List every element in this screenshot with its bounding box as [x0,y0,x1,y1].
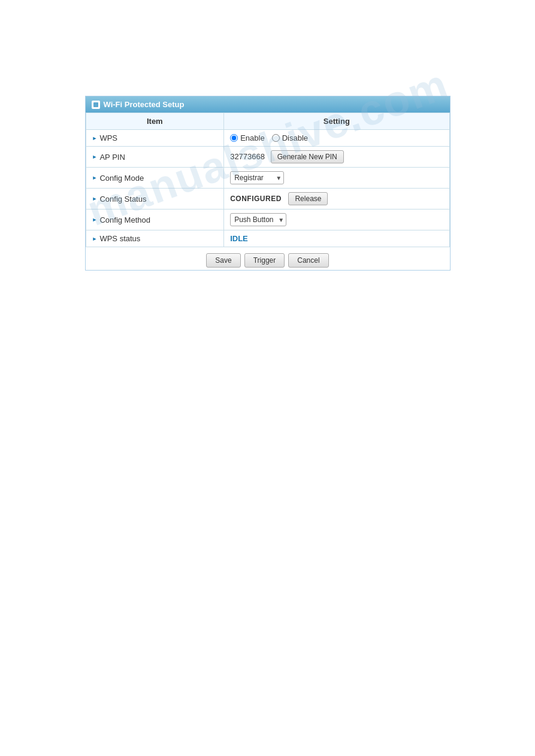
wps-status-label: WPS status [99,234,140,243]
config-method-select-wrapper: Push Button PIN ▼ [230,213,286,226]
panel-title: Wi-Fi Protected Setup [104,100,185,109]
config-method-item-cell: ► Config Method [86,210,224,230]
cancel-button[interactable]: Cancel [288,253,328,268]
row-arrow-icon: ► [92,135,98,141]
table-row: ► WPS Enable Disable [86,130,449,147]
config-status-label: Config Status [99,195,146,204]
row-arrow-icon: ► [92,217,98,223]
ap-pin-item-cell: ► AP PIN [86,147,224,168]
wps-enable-text: Enable [240,133,264,142]
ap-pin-setting-cell: 32773668 Generale New PIN [224,147,449,168]
wps-panel: Wi-Fi Protected Setup Item Setting ► WPS [85,96,451,271]
trigger-button[interactable]: Trigger [244,253,285,268]
wps-item-cell: ► WPS [86,130,224,147]
table-row: ► AP PIN 32773668 Generale New PIN [86,147,449,168]
table-row: ► Config Method Push Button PIN ▼ [86,210,449,230]
wps-label: WPS [99,133,117,142]
wps-disable-text: Disable [282,133,308,142]
row-arrow-icon: ► [92,236,98,242]
wps-radio-group: Enable Disable [230,133,443,142]
wps-disable-radio[interactable] [272,134,280,142]
release-button[interactable]: Release [288,192,328,205]
generate-pin-button[interactable]: Generale New PIN [271,150,344,163]
wps-setting-cell: Enable Disable [224,130,449,147]
config-method-setting-cell: Push Button PIN ▼ [224,210,449,230]
row-arrow-icon: ► [92,175,98,181]
table-row: ► Config Mode Registrar Enrollee ▼ [86,168,449,189]
config-mode-label: Config Mode [99,174,144,183]
col-header-setting: Setting [224,113,449,130]
configured-text: CONFIGURED [230,195,282,203]
wps-status-setting-cell: IDLE [224,230,449,247]
config-method-select[interactable]: Push Button PIN [230,213,286,226]
wifi-icon [92,101,100,109]
wps-enable-label[interactable]: Enable [230,133,264,142]
wps-enable-radio[interactable] [230,134,238,142]
wps-disable-label[interactable]: Disable [272,133,308,142]
config-status-item-cell: ► Config Status [86,189,224,210]
config-table: Item Setting ► WPS [86,113,450,247]
ap-pin-label: AP PIN [99,153,125,162]
table-row: ► WPS status IDLE [86,230,449,247]
action-button-row: Save Trigger Cancel [86,247,450,270]
ap-pin-value: 32773668 [230,152,265,161]
table-row: ► Config Status CONFIGURED Release [86,189,449,210]
config-mode-setting-cell: Registrar Enrollee ▼ [224,168,449,189]
wps-status-item-cell: ► WPS status [86,230,224,247]
save-button[interactable]: Save [206,253,240,268]
config-status-setting-cell: CONFIGURED Release [224,189,449,210]
row-arrow-icon: ► [92,196,98,202]
col-header-item: Item [86,113,224,130]
config-mode-select[interactable]: Registrar Enrollee [230,171,284,184]
row-arrow-icon: ► [92,154,98,160]
panel-header: Wi-Fi Protected Setup [86,96,450,113]
config-mode-item-cell: ► Config Mode [86,168,224,189]
config-method-label: Config Method [99,215,150,224]
wps-status-value: IDLE [230,234,248,243]
config-mode-select-wrapper: Registrar Enrollee ▼ [230,171,284,184]
